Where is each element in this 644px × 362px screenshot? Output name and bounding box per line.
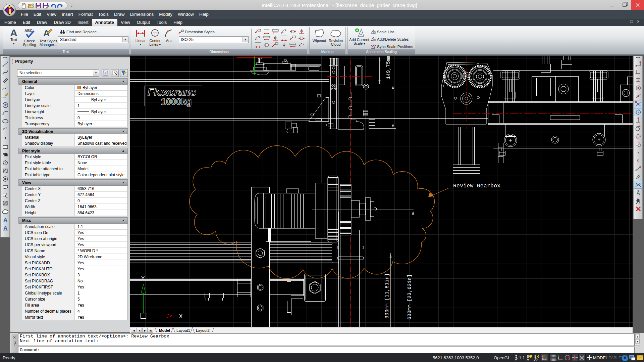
svg-text:Review Gearbox: Review Gearbox (453, 183, 500, 189)
svg-text:ABC: ABC (24, 29, 33, 33)
svg-text:A: A (3, 225, 7, 231)
svg-text:Model: Model (159, 328, 170, 332)
svg-text:1000kg: 1000kg (161, 97, 192, 107)
svg-text:149,75mm: 149,75mm (386, 56, 391, 79)
svg-text:Y: Y (141, 275, 145, 282)
svg-text:A: A (3, 217, 7, 223)
svg-text:300mm [11,81in]: 300mm [11,81in] (384, 273, 390, 319)
svg-text:Layout2: Layout2 (196, 328, 210, 332)
svg-text:600mm [23,62in]: 600mm [23,62in] (407, 274, 413, 320)
svg-text:Flexcrane: Flexcrane (148, 86, 196, 98)
svg-text:X: X (179, 313, 182, 320)
svg-text:Layout1: Layout1 (176, 328, 190, 332)
